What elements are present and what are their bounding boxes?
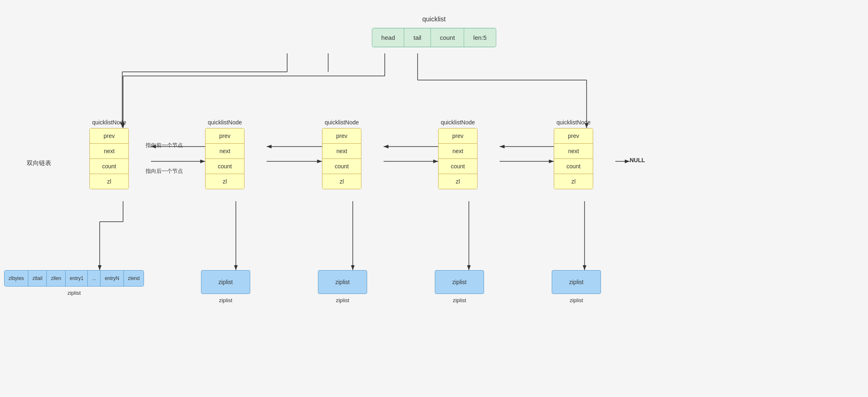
next-annotation: 指向后一个节点 (146, 168, 183, 175)
node-4: quicklistNode prev next count zl (438, 119, 477, 189)
node-3-label: quicklistNode (324, 119, 359, 126)
node-1-zl: zl (90, 174, 128, 189)
zl-cell-entry1: entry1 (66, 271, 88, 286)
ziplist-5-label: ziplist (570, 297, 583, 303)
node-2-prev: prev (206, 129, 244, 144)
node-5-prev: prev (554, 129, 593, 144)
ziplist-4-wrapper: ziplist ziplist (435, 270, 484, 303)
ziplist-2-label: ziplist (219, 297, 233, 303)
node-3: quicklistNode prev next count zl (322, 119, 361, 189)
node-1-count: count (90, 159, 128, 174)
node-4-label: quicklistNode (441, 119, 475, 126)
ziplist-5-wrapper: ziplist ziplist (552, 270, 601, 303)
node-4-next: next (439, 144, 477, 159)
node-4-zl: zl (439, 174, 477, 189)
diagram-container: quicklist head tail count len:5 quicklis… (0, 0, 868, 397)
node-3-next: next (322, 144, 361, 159)
node-5-box: prev next count zl (554, 128, 593, 189)
node-3-zl: zl (322, 174, 361, 189)
node-2-box: prev next count zl (205, 128, 244, 189)
ziplist-3-label: ziplist (336, 297, 349, 303)
node-1-prev: prev (90, 129, 128, 144)
node-4-box: prev next count zl (438, 128, 477, 189)
ziplist-5-box: ziplist (552, 270, 601, 294)
node-3-box: prev next count zl (322, 128, 361, 189)
zl-cell-dots: ... (88, 271, 101, 286)
zl-cell-zllen: zllen (47, 271, 66, 286)
node-2-label: quicklistNode (208, 119, 242, 126)
node-2-next: next (206, 144, 244, 159)
node-2-zl: zl (206, 174, 244, 189)
ziplist-3-wrapper: ziplist ziplist (318, 270, 367, 303)
ziplist-2-box: ziplist (201, 270, 250, 294)
quicklist-cell-tail: tail (404, 28, 431, 47)
node-5: quicklistNode prev next count zl (554, 119, 593, 189)
node-3-prev: prev (322, 129, 361, 144)
node-2: quicklistNode prev next count zl (205, 119, 244, 189)
node-4-prev: prev (439, 129, 477, 144)
arrows-svg (0, 0, 868, 397)
ziplist-1-label: ziplist (67, 290, 81, 296)
quicklist-cell-count: count (431, 28, 464, 47)
node-5-label: quicklistNode (556, 119, 590, 126)
ziplist-4-box: ziplist (435, 270, 484, 294)
node-3-count: count (322, 159, 361, 174)
node-1: quicklistNode prev next count zl (89, 119, 129, 189)
node-5-count: count (554, 159, 593, 174)
zl-cell-zlend: zlend (124, 271, 144, 286)
doubly-list-label: 双向链表 (27, 159, 51, 167)
ziplist-2-wrapper: ziplist ziplist (201, 270, 250, 303)
node-1-box: prev next count zl (89, 128, 129, 189)
ziplist-3-box: ziplist (318, 270, 367, 294)
prev-annotation: 指向前一个节点 (146, 142, 183, 149)
quicklist-cell-len: len:5 (464, 28, 496, 47)
zl-cell-zlbytes: zlbytes (5, 271, 28, 286)
node-5-zl: zl (554, 174, 593, 189)
node-5-next: next (554, 144, 593, 159)
zl-cell-zltail: zltail (28, 271, 47, 286)
ziplist-1-wrapper: zlbytes zltail zllen entry1 ... entryN z… (4, 270, 144, 296)
node-4-count: count (439, 159, 477, 174)
zl-cell-entryn: entryN (101, 271, 123, 286)
ziplist-4-label: ziplist (453, 297, 466, 303)
quicklist-box: head tail count len:5 (372, 28, 496, 47)
null-label: NULL (630, 157, 645, 163)
node-1-label: quicklistNode (92, 119, 126, 126)
ziplist-1-detailed: zlbytes zltail zllen entry1 ... entryN z… (4, 270, 144, 287)
quicklist-title: quicklist (423, 16, 446, 23)
node-1-next: next (90, 144, 128, 159)
quicklist-cell-head: head (372, 28, 404, 47)
node-2-count: count (206, 159, 244, 174)
